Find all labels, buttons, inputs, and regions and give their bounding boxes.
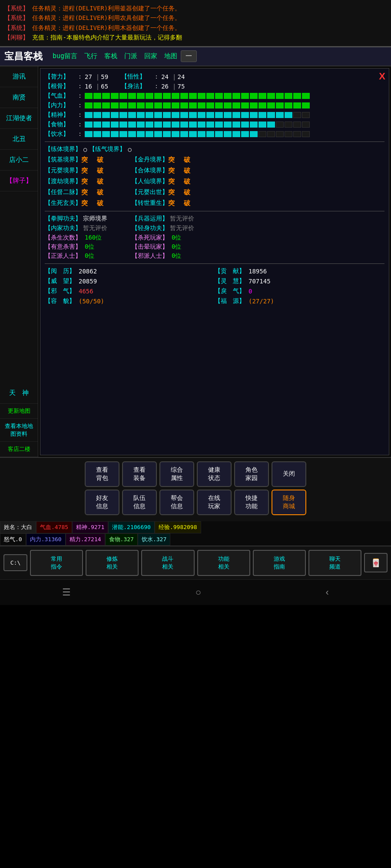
kill-xie-label: 【邪派人士】 <box>132 252 168 260</box>
stat-row-water: 【饮水】 ： <box>45 130 384 138</box>
sidebar-item-jianghu[interactable]: 江湖使者 <box>0 108 38 129</box>
cmd-fight[interactable]: 战斗相关 <box>141 550 194 576</box>
mp-bar-block-1 <box>93 102 101 108</box>
mp-bar-block-5 <box>128 102 136 108</box>
btn-team[interactable]: 队伍信息 <box>122 490 157 515</box>
realm-jindan-label: 【金丹境界】 <box>132 156 168 164</box>
btn-home[interactable]: 角色家园 <box>234 461 269 487</box>
jianli-val2: 59 <box>101 73 108 80</box>
status-bar: 姓名：大白 气血.4785 精神.9271 潜能.2106690 经验.9982… <box>0 521 391 533</box>
hp-bar-block-2 <box>102 93 110 99</box>
spirit-bar-block-14 <box>206 112 214 118</box>
kill-jiyun-label: 【击晕玩家】 <box>132 243 168 251</box>
hp-bar-block-7 <box>146 93 153 99</box>
btn-guild[interactable]: 帮会信息 <box>159 490 194 515</box>
btn-friends[interactable]: 好友信息 <box>85 490 119 515</box>
hp-bar-block-0 <box>85 93 93 99</box>
water-bar-block-19 <box>250 131 258 137</box>
attr-fuyuan-label: 【福 源】 <box>215 297 245 305</box>
sys-content-2: 任务精灵：进程(DELIVER)利用农具创建了一个任务。 <box>32 14 181 21</box>
cmd-practice[interactable]: 修炼相关 <box>86 550 139 576</box>
sidebar-item-sign[interactable]: 【牌子】 <box>0 171 38 191</box>
realm-dujie-val: 突 破 <box>81 178 105 186</box>
kill-jiyun-val: 0位 <box>172 243 181 251</box>
cmd-common[interactable]: 常用指令 <box>30 550 83 576</box>
hp-bar-block-5 <box>128 93 136 99</box>
cmd-guide[interactable]: 游戏指南 <box>253 550 306 576</box>
btn-close[interactable]: 关闭 <box>272 461 306 487</box>
hp-bar <box>85 93 384 99</box>
skill-row-2: 【内家功夫】 暂无评价 【轻身功夫】 暂无评价 <box>45 224 384 232</box>
btn-online[interactable]: 在线玩家 <box>197 490 232 515</box>
btn-attributes[interactable]: 综合属性 <box>159 461 194 487</box>
btn-shop[interactable]: 随身商城 <box>272 490 306 515</box>
realm-heti-label: 【合体境界】 <box>132 167 168 174</box>
stat-row-spirit: 【精神】 ： <box>45 111 384 119</box>
sidebar-local-map[interactable]: 查看本地地图资料 <box>0 419 38 442</box>
phone-home-btn[interactable]: ○ <box>196 587 201 598</box>
nav-inn[interactable]: 客栈 <box>101 51 121 62</box>
btn-health[interactable]: 健康状态 <box>197 461 232 487</box>
attr-row-4: 【容 貌】 (50/50) 【福 源】 (27/27) <box>45 297 384 305</box>
hp-bar-block-14 <box>206 93 214 99</box>
btn-equipment[interactable]: 查看装备 <box>122 461 157 487</box>
food-bar-block-21 <box>267 122 275 128</box>
nav-dash[interactable]: 一 <box>181 50 197 62</box>
nav-map[interactable]: 地图 <box>161 51 181 62</box>
kill-zheng-label: 【正派人士】 <box>45 252 81 260</box>
realm-zhuji-val: 突 破 <box>81 156 105 164</box>
sidebar-item-shop[interactable]: 店小二 <box>0 150 38 171</box>
spirit-bar-block-21 <box>267 112 275 118</box>
water-bar-block-0 <box>85 131 93 137</box>
phone-nav: ☰ ○ ‹ <box>0 579 391 605</box>
sidebar-item-tianshen[interactable]: 天 神 <box>0 383 38 404</box>
close-button[interactable]: X <box>379 71 385 82</box>
nav-bug[interactable]: bug留言 <box>49 51 81 62</box>
shenfa-val1: 26 <box>161 83 169 90</box>
wuxing-label: 【悟性】 <box>121 73 152 81</box>
btn-shortcut[interactable]: 快捷功能 <box>234 490 269 515</box>
food-bar-block-8 <box>154 122 162 128</box>
stat-row-mp: 【内力】 ： <box>45 102 384 109</box>
food-bar-block-12 <box>189 122 197 128</box>
genggu-val1: 16 <box>85 83 92 90</box>
mp-bar-block-2 <box>102 102 110 108</box>
attr-rongmao-label: 【容 貌】 <box>45 297 75 305</box>
kill-youyi-label: 【有意杀害】 <box>45 243 81 251</box>
mp-bar-block-25 <box>302 102 310 108</box>
cmd-c[interactable]: C:\ <box>3 554 27 571</box>
sys-msg-4: 【闲聊】 充值：指南-本服特色内介绍了大量最新玩法，记得多翻 <box>4 33 387 42</box>
water-bar-block-6 <box>137 131 145 137</box>
sidebar-inn-2f[interactable]: 客店二楼 <box>0 442 38 457</box>
cmd-area: C:\ 常用指令 修炼相关 战斗相关 功能相关 游戏指南 聊天频道 🀄 <box>0 546 391 579</box>
water-bar-block-12 <box>189 131 197 137</box>
mp-bar-block-13 <box>198 102 205 108</box>
main-area: 游讯 南贤 江湖使者 北丑 店小二 【牌子】 天 神 更新地图 查看本地地图资料… <box>0 66 391 457</box>
spirit-bar-block-3 <box>111 112 119 118</box>
attr-row-2: 【威 望】 20859 【灵 慧】 707145 <box>45 277 384 285</box>
nav-sect[interactable]: 门派 <box>121 51 141 62</box>
attr-yueli-label: 【阅 历】 <box>45 267 75 275</box>
realm-renxian-label: 【人仙境界】 <box>132 178 168 185</box>
hp-bar-block-9 <box>163 93 171 99</box>
food-bar-block-7 <box>146 122 153 128</box>
mp-bar-block-3 <box>111 102 119 108</box>
cmd-last[interactable]: 🀄 <box>364 553 388 572</box>
btn-backpack[interactable]: 查看背包 <box>85 461 119 487</box>
hp-bar-block-19 <box>250 93 258 99</box>
realm-zhuan-val: 突 破 <box>168 199 192 207</box>
phone-menu-btn[interactable]: ☰ <box>62 587 71 598</box>
phone-back-btn[interactable]: ‹ <box>325 587 328 598</box>
kill-shasi-val: 0位 <box>172 234 181 242</box>
food-bar-block-17 <box>232 122 240 128</box>
nav-fly[interactable]: 飞行 <box>81 51 101 62</box>
nav-home[interactable]: 回家 <box>141 51 161 62</box>
cmd-chat[interactable]: 聊天频道 <box>308 550 361 576</box>
spirit-bar-block-5 <box>128 112 136 118</box>
sidebar-item-beichou[interactable]: 北丑 <box>0 129 38 150</box>
sidebar-item-youxun[interactable]: 游讯 <box>0 66 38 87</box>
sidebar-update-map[interactable]: 更新地图 <box>0 404 38 419</box>
sidebar-item-nanxian[interactable]: 南贤 <box>0 87 38 108</box>
cmd-function[interactable]: 功能相关 <box>197 550 250 576</box>
water-bar-block-21 <box>267 131 275 137</box>
